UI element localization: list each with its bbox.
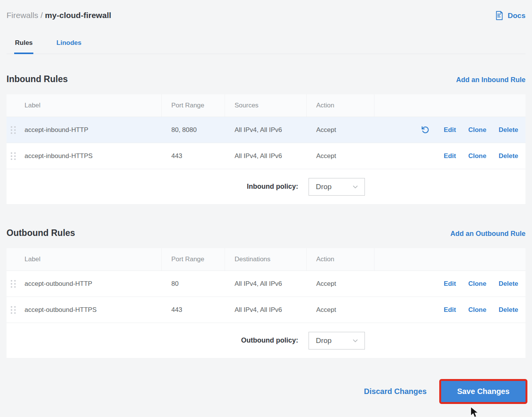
page-title: my-cloud-firewall [45, 11, 111, 20]
docs-icon [494, 10, 504, 21]
outbound-rules-table: Label Port Range Destinations Action acc… [7, 248, 525, 358]
rule-destinations: All IPv4, All IPv6 [225, 280, 307, 288]
clone-button[interactable]: Clone [468, 280, 486, 288]
column-header-port-range: Port Range [162, 94, 225, 117]
drag-handle-icon[interactable] [11, 126, 16, 134]
drag-handle-icon[interactable] [11, 152, 16, 160]
inbound-policy-label: Inbound policy: [247, 183, 298, 191]
column-header-label: Label [7, 248, 162, 270]
edit-button[interactable]: Edit [444, 280, 456, 288]
rule-label: accept-inbound-HTTPS [25, 152, 93, 160]
column-header-destinations: Destinations [225, 248, 307, 270]
save-changes-button[interactable]: Save Changes [441, 381, 525, 402]
outbound-policy-row: Outbound policy: Drop [7, 323, 525, 358]
clone-button[interactable]: Clone [468, 152, 486, 160]
outbound-policy-select[interactable]: Drop [309, 332, 365, 349]
mouse-cursor [470, 407, 480, 417]
drag-handle-icon[interactable] [11, 306, 16, 314]
docs-link[interactable]: Docs [494, 10, 525, 21]
chevron-down-icon [351, 337, 359, 344]
clone-button[interactable]: Clone [468, 306, 486, 314]
drag-handle-icon[interactable] [11, 280, 16, 288]
inbound-policy-row: Inbound policy: Drop [7, 169, 525, 204]
column-header-actions [374, 248, 525, 270]
rule-action: Accept [307, 280, 374, 288]
undo-icon[interactable] [420, 125, 429, 134]
column-header-actions [374, 94, 525, 117]
delete-button[interactable]: Delete [499, 152, 518, 160]
rule-label: accept-outbound-HTTP [25, 280, 92, 287]
outbound-rules-title: Outbound Rules [7, 228, 75, 238]
form-actions: Discard Changes Save Changes [7, 381, 525, 402]
delete-button[interactable]: Delete [499, 280, 518, 288]
inbound-policy-value: Drop [316, 183, 332, 191]
delete-button[interactable]: Delete [499, 306, 518, 314]
rule-port-range: 80, 8080 [162, 126, 225, 134]
rule-port-range: 443 [162, 152, 225, 160]
rule-action: Accept [307, 306, 374, 314]
rule-port-range: 443 [162, 306, 225, 314]
inbound-section-header: Inbound Rules Add an Inbound Rule [7, 74, 525, 84]
outbound-section-header: Outbound Rules Add an Outbound Rule [7, 228, 525, 238]
table-row-outbound-https: accept-outbound-HTTPS 443 All IPv4, All … [7, 297, 525, 323]
outbound-policy-label: Outbound policy: [241, 336, 298, 344]
tab-linodes[interactable]: Linodes [56, 39, 82, 54]
inbound-policy-select[interactable]: Drop [309, 178, 365, 196]
breadcrumb-firewalls-link[interactable]: Firewalls / [7, 11, 43, 20]
inbound-rules-table: Label Port Range Sources Action accept-i… [7, 94, 525, 204]
rule-sources: All IPv4, All IPv6 [225, 152, 307, 160]
inbound-rules-title: Inbound Rules [7, 74, 68, 84]
discard-changes-button[interactable]: Discard Changes [364, 387, 427, 396]
add-outbound-rule-link[interactable]: Add an Outbound Rule [450, 230, 525, 238]
outbound-table-header: Label Port Range Destinations Action [7, 248, 525, 270]
rule-label: accept-outbound-HTTPS [25, 306, 97, 313]
edit-button[interactable]: Edit [444, 152, 456, 160]
column-header-sources: Sources [225, 94, 307, 117]
inbound-table-header: Label Port Range Sources Action [7, 94, 525, 117]
column-header-label: Label [7, 94, 162, 117]
rule-label: accept-inbound-HTTP [25, 126, 88, 134]
table-row-inbound-https: accept-inbound-HTTPS 443 All IPv4, All I… [7, 143, 525, 169]
docs-link-label: Docs [508, 12, 525, 20]
column-header-port-range: Port Range [162, 248, 225, 270]
chevron-down-icon [351, 183, 359, 191]
breadcrumb: Firewalls / my-cloud-firewall [7, 10, 111, 21]
rule-sources: All IPv4, All IPv6 [225, 126, 307, 134]
tab-rules[interactable]: Rules [14, 39, 33, 54]
clone-button[interactable]: Clone [468, 126, 486, 134]
tab-bar: Rules Linodes [7, 39, 525, 54]
rule-port-range: 80 [162, 280, 225, 288]
table-row-outbound-http: accept-outbound-HTTP 80 All IPv4, All IP… [7, 270, 525, 297]
edit-button[interactable]: Edit [444, 306, 456, 314]
rule-action: Accept [307, 126, 374, 134]
outbound-policy-value: Drop [316, 336, 332, 345]
column-header-action: Action [307, 94, 374, 117]
rule-action: Accept [307, 152, 374, 160]
rule-destinations: All IPv4, All IPv6 [225, 306, 307, 314]
column-header-action: Action [307, 248, 374, 270]
edit-button[interactable]: Edit [444, 126, 456, 134]
page-header: Firewalls / my-cloud-firewall Docs [7, 0, 525, 21]
add-inbound-rule-link[interactable]: Add an Inbound Rule [456, 76, 525, 84]
delete-button[interactable]: Delete [499, 126, 518, 134]
table-row-inbound-http: accept-inbound-HTTP 80, 8080 All IPv4, A… [7, 117, 525, 143]
